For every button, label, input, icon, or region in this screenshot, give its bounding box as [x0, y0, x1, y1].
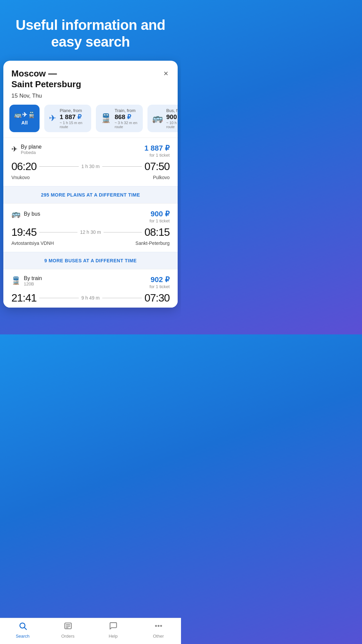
- plane-arr-time: 07:50: [144, 160, 170, 173]
- plane-line2: [102, 166, 142, 167]
- bus-dep-station: Avtostantsiya VDNH: [11, 240, 54, 246]
- main-card: Moscow — Saint Petersburg × 15 Nov, Thu …: [3, 61, 178, 308]
- tab-plane-price: 1 887 ₽: [60, 113, 86, 121]
- route-from: Moscow —: [11, 68, 81, 79]
- train-type-label: By train: [24, 275, 42, 281]
- train-transport: 🚆 By train 120B: [11, 275, 42, 286]
- train-line: [39, 298, 79, 299]
- bus-transport: 🚌 By bus: [11, 210, 40, 218]
- plane-dep-station: Vnukovo: [11, 175, 29, 180]
- tab-train-duration: ~ 3 h 32 m en route: [115, 121, 138, 129]
- plane-line: [39, 166, 79, 167]
- plane-type-label: By plane: [21, 144, 42, 150]
- bus-small-icon: 🚌: [14, 111, 21, 118]
- plane-result-icon: ✈: [11, 145, 17, 154]
- plane-icon: ✈: [49, 113, 56, 123]
- plane-transport: ✈ By plane Pobeda: [11, 144, 42, 155]
- bus-price-sub: for 1 ticket: [149, 218, 170, 223]
- tab-bus[interactable]: 🚌 Bus, from 900 ₽ ~ 10 h en route: [147, 105, 178, 132]
- more-buses-text: 9 MORE BUSES AT A DIFFERENT TIME: [44, 258, 137, 263]
- bus-arr-station: Sankt-Peterburg: [135, 240, 170, 246]
- result-train[interactable]: 🚆 By train 120B 902 ₽ for 1 ticket 21:41…: [3, 269, 178, 308]
- more-planes-text: 295 MORE PLAINS AT A DIFFERENT TIME: [41, 192, 140, 198]
- plane-arr-station: Pulkovo: [153, 175, 170, 180]
- train-line2: [102, 298, 142, 299]
- card-date: 15 Nov, Thu: [11, 93, 170, 99]
- train-price-sub: for 1 ticket: [149, 284, 170, 289]
- card-route: Moscow — Saint Petersburg ×: [11, 68, 170, 90]
- results-list: ✈ By plane Pobeda 1 887 ₽ for 1 ticket 0…: [3, 138, 178, 308]
- bus-stations: Avtostantsiya VDNH Sankt-Peterburg: [11, 240, 170, 246]
- train-time-row: 21:41 9 h 49 m 07:30: [11, 292, 170, 304]
- tab-all-label: All: [21, 120, 27, 125]
- bus-duration: 12 h 30 m: [80, 229, 101, 235]
- tab-all[interactable]: 🚌 ✈ 🚆 All: [9, 105, 40, 132]
- plane-stations: Vnukovo Pulkovo: [11, 175, 170, 180]
- plane-carrier: Pobeda: [21, 150, 42, 155]
- bus-arr-time: 08:15: [144, 226, 170, 238]
- plane-price: 1 887 ₽: [144, 144, 170, 153]
- bus-icon: 🚌: [152, 113, 163, 123]
- train-price: 902 ₽: [149, 275, 170, 284]
- card-header: Moscow — Saint Petersburg × 15 Nov, Thu: [3, 61, 178, 105]
- tab-plane-label: Plane, from: [60, 108, 86, 113]
- tab-train-label: Train, from: [115, 108, 138, 113]
- bus-price: 900 ₽: [149, 210, 170, 218]
- more-planes-banner[interactable]: 295 MORE PLAINS AT A DIFFERENT TIME: [3, 186, 178, 203]
- route-to: Saint Petersburg: [11, 79, 81, 90]
- tab-train-price: 868 ₽: [115, 113, 138, 121]
- plane-dep-time: 06:20: [11, 160, 37, 173]
- train-duration: 9 h 49 m: [81, 295, 100, 301]
- plane-small-icon: ✈: [22, 111, 27, 118]
- train-result-icon: 🚆: [11, 276, 20, 285]
- header-title: Useful information andeasy search: [10, 17, 171, 51]
- more-buses-banner[interactable]: 9 MORE BUSES AT A DIFFERENT TIME: [3, 252, 178, 269]
- tab-bus-label: Bus, from: [166, 108, 178, 113]
- train-arr-time: 07:30: [144, 292, 170, 304]
- bus-time-row: 19:45 12 h 30 m 08:15: [11, 226, 170, 238]
- bus-result-icon: 🚌: [11, 210, 20, 218]
- bus-dep-time: 19:45: [11, 226, 37, 238]
- bus-line: [39, 232, 77, 233]
- plane-duration: 1 h 30 m: [81, 164, 100, 169]
- tab-bus-duration: ~ 10 h en route: [166, 121, 178, 129]
- plane-price-sub: for 1 ticket: [144, 153, 170, 158]
- tab-bus-price: 900 ₽: [166, 113, 178, 121]
- tab-plane[interactable]: ✈ Plane, from 1 887 ₽ ~ 1 h 15 m en rout…: [44, 105, 91, 132]
- train-icon: 🚆: [101, 113, 111, 123]
- bus-type-label: By bus: [24, 211, 40, 217]
- bus-line2: [104, 232, 142, 233]
- tab-all-icons: 🚌 ✈ 🚆: [14, 111, 35, 118]
- train-number: 120B: [24, 281, 42, 286]
- transport-tabs: 🚌 ✈ 🚆 All ✈ Plane, from 1 887 ₽ ~ 1 h 15…: [3, 105, 178, 138]
- result-plane[interactable]: ✈ By plane Pobeda 1 887 ₽ for 1 ticket 0…: [3, 138, 178, 186]
- tab-train[interactable]: 🚆 Train, from 868 ₽ ~ 3 h 32 m en route: [96, 105, 143, 132]
- result-bus[interactable]: 🚌 By bus 900 ₽ for 1 ticket 19:45 12 h 3…: [3, 203, 178, 252]
- train-small-icon: 🚆: [28, 111, 35, 118]
- plane-time-row: 06:20 1 h 30 m 07:50: [11, 160, 170, 173]
- train-dep-time: 21:41: [11, 292, 37, 304]
- close-button[interactable]: ×: [162, 68, 170, 79]
- header: Useful information andeasy search: [0, 0, 181, 61]
- tab-plane-duration: ~ 1 h 15 m en route: [60, 121, 86, 129]
